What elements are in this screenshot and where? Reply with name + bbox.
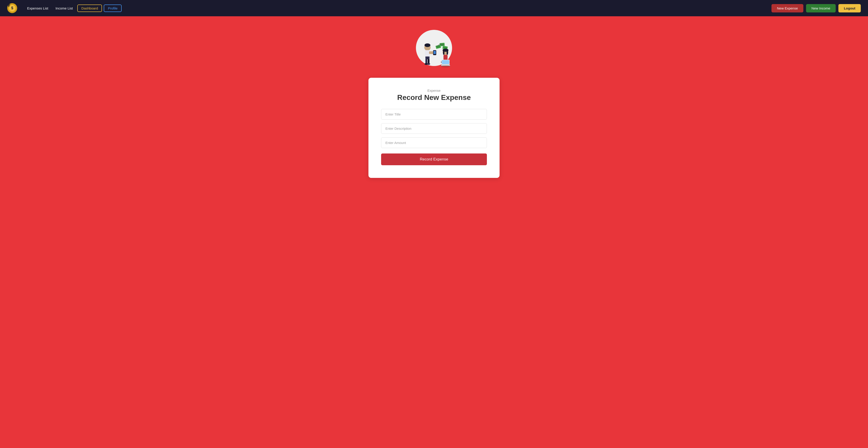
svg-rect-21	[447, 50, 448, 55]
logout-button[interactable]: Logout	[838, 4, 861, 12]
svg-rect-8	[429, 51, 434, 54]
nav-profile[interactable]: Profile	[104, 4, 122, 12]
person-left	[424, 43, 436, 65]
amount-field-group	[381, 137, 487, 148]
form-subtitle: Expense	[381, 89, 487, 92]
svg-rect-5	[428, 59, 430, 64]
nav-expenses-list[interactable]: Expenses List	[24, 5, 51, 11]
nav-dashboard[interactable]: Dashboard	[77, 4, 102, 12]
new-expense-button[interactable]: New Expense	[772, 4, 803, 12]
logo: $	[7, 3, 17, 13]
new-income-button[interactable]: New Income	[806, 4, 836, 12]
svg-rect-4	[426, 59, 427, 64]
title-field-group	[381, 109, 487, 120]
logo-dollar-icon: $	[9, 5, 16, 11]
person-right	[441, 49, 450, 67]
description-input[interactable]	[381, 123, 487, 134]
description-field-group	[381, 123, 487, 134]
svg-rect-25	[442, 60, 449, 64]
svg-point-7	[427, 63, 430, 65]
svg-point-2	[425, 43, 430, 47]
title-input[interactable]	[381, 109, 487, 120]
illustration	[409, 25, 459, 70]
form-title: Record New Expense	[381, 93, 487, 102]
nav-income-list[interactable]: Income List	[53, 5, 75, 11]
logo-icon: $	[7, 3, 17, 13]
nav-actions: New Expense New Income Logout	[772, 4, 861, 12]
svg-rect-20	[443, 50, 444, 55]
nav-links: Expenses List Income List Dashboard Prof…	[24, 4, 772, 12]
form-card: Expense Record New Expense Record Expens…	[368, 78, 500, 178]
main-content: Expense Record New Expense Record Expens…	[0, 16, 868, 187]
illustration-svg	[409, 25, 459, 70]
amount-input[interactable]	[381, 137, 487, 148]
navbar: $ Expenses List Income List Dashboard Pr…	[0, 0, 868, 16]
svg-rect-10	[434, 51, 436, 54]
svg-point-27	[441, 66, 450, 67]
record-expense-button[interactable]: Record Expense	[381, 154, 487, 165]
